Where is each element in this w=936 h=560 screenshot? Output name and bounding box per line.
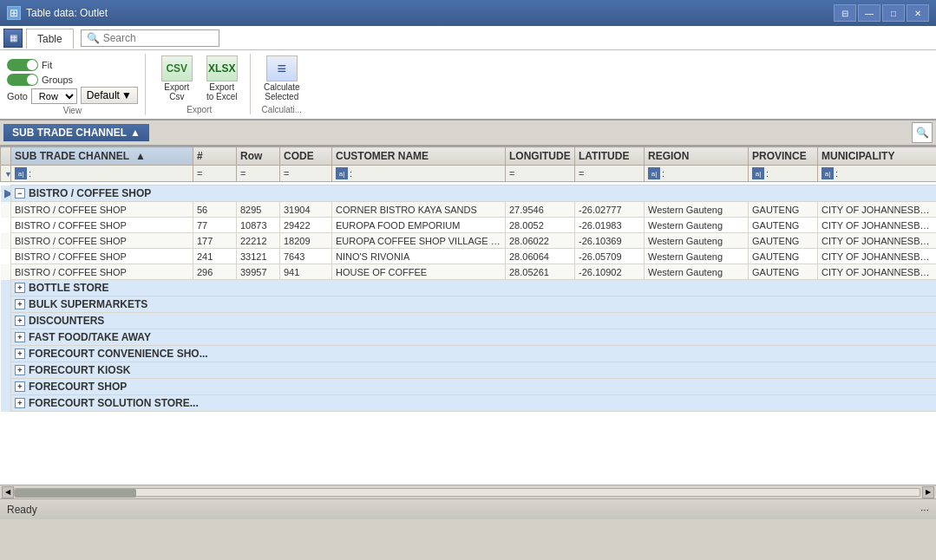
fit-toggle[interactable] bbox=[7, 59, 38, 71]
cell-province: GAUTENG bbox=[749, 249, 818, 264]
view-controls: Fit Groups Goto Row bbox=[7, 54, 138, 104]
filter-cell-muni[interactable]: a| : bbox=[818, 166, 937, 182]
disc-group-cell[interactable]: + DISCOUNTERS bbox=[11, 313, 937, 329]
close-button[interactable]: ✕ bbox=[907, 4, 929, 22]
search-input[interactable] bbox=[103, 32, 216, 44]
cell-region: Western Gauteng bbox=[645, 249, 749, 264]
fast-expand-button[interactable]: + bbox=[15, 332, 25, 342]
cell-hash: 241 bbox=[193, 249, 237, 264]
table-row[interactable]: BISTRO / COFFEE SHOP 241 33121 7643 NINO… bbox=[1, 249, 937, 264]
forecourt-sol-expand-button[interactable]: + bbox=[15, 398, 25, 408]
filter-cell-row[interactable]: = bbox=[237, 166, 280, 182]
default-button[interactable]: Default ▼ bbox=[81, 87, 138, 104]
filter-cell-province[interactable]: a| : bbox=[749, 166, 818, 182]
col-header-province[interactable]: PROVINCE bbox=[749, 147, 818, 166]
forecourt-shop-group-cell[interactable]: + FORECOURT SHOP bbox=[11, 379, 937, 395]
group-row-bistro: ▶ − BISTRO / COFFEE SHOP bbox=[1, 186, 937, 202]
cell-lat: -26.01983 bbox=[575, 218, 645, 233]
cell-province: GAUTENG bbox=[749, 233, 818, 249]
bulk-group-cell[interactable]: + BULK SUPERMARKETS bbox=[11, 296, 937, 313]
cell-row: 22212 bbox=[237, 233, 280, 249]
table-body: ▼ a| : = = = a| : bbox=[1, 166, 937, 412]
current-row-indicator: ▶ bbox=[1, 186, 11, 202]
cell-code: 31904 bbox=[280, 202, 332, 218]
filter-cell-lon[interactable]: = bbox=[506, 166, 575, 182]
col-header-region[interactable]: REGION bbox=[645, 147, 749, 166]
group-row-forecourt-shop: + FORECOURT SHOP bbox=[1, 379, 937, 395]
bistro-group-label: BISTRO / COFFEE SHOP bbox=[29, 187, 151, 199]
table-scroll-container[interactable]: SUB TRADE CHANNEL ▲ # Row CODE CUSTOMER … bbox=[0, 147, 936, 485]
cell-code: 7643 bbox=[280, 249, 332, 264]
col-header-sub-trade[interactable]: SUB TRADE CHANNEL ▲ bbox=[11, 147, 193, 166]
cell-sub: BISTRO / COFFEE SHOP bbox=[11, 233, 193, 249]
cell-lat: -26.10369 bbox=[575, 233, 645, 249]
filter-cell-customer[interactable]: a| : bbox=[332, 166, 506, 182]
minimize-button[interactable]: — bbox=[858, 4, 880, 22]
export-csv-button[interactable]: CSV ExportCsv bbox=[156, 54, 198, 103]
forecourt-conv-expand-button[interactable]: + bbox=[15, 348, 25, 359]
maximize-button[interactable]: □ bbox=[882, 4, 905, 22]
title-bar-left: ⊞ Table data: Outlet bbox=[7, 6, 108, 20]
export-group-label: Export bbox=[187, 105, 212, 114]
goto-row: Goto Row bbox=[7, 88, 77, 104]
group-tag[interactable]: SUB TRADE CHANNEL ▲ bbox=[3, 124, 149, 141]
col-header-hash[interactable]: # bbox=[193, 147, 237, 166]
goto-select[interactable]: Row bbox=[31, 88, 77, 104]
scroll-left-button[interactable]: ◀ bbox=[2, 486, 14, 498]
bottle-expand-button[interactable]: + bbox=[15, 283, 25, 293]
table-row[interactable]: BISTRO / COFFEE SHOP 296 39957 941 HOUSE… bbox=[1, 264, 937, 280]
forecourt-conv-group-label: FORECOURT CONVENIENCE SHO... bbox=[29, 348, 208, 360]
filter-row: ▼ a| : = = = a| : bbox=[1, 166, 937, 182]
filter-cell-code[interactable]: = bbox=[280, 166, 332, 182]
filter-cell-sub[interactable]: a| : bbox=[11, 166, 193, 182]
col-header-row[interactable]: Row bbox=[237, 147, 280, 166]
table-row[interactable]: BISTRO / COFFEE SHOP 77 10873 29422 EURO… bbox=[1, 218, 937, 233]
table-row[interactable]: BISTRO / COFFEE SHOP 177 22212 18209 EUR… bbox=[1, 233, 937, 249]
cell-province: GAUTENG bbox=[749, 218, 818, 233]
cell-region: Western Gauteng bbox=[645, 233, 749, 249]
bottle-group-cell[interactable]: + BOTTLE STORE bbox=[11, 280, 937, 296]
groups-toggle[interactable] bbox=[7, 74, 38, 86]
forecourt-conv-group-cell[interactable]: + FORECOURT CONVENIENCE SHO... bbox=[11, 346, 937, 362]
filter-cell-hash[interactable]: = bbox=[193, 166, 237, 182]
table-search-button[interactable]: 🔍 bbox=[912, 122, 933, 143]
cell-row: 33121 bbox=[237, 249, 280, 264]
ribbon-group-view: Fit Groups Goto Row bbox=[7, 54, 146, 115]
view-toggles: Fit Groups Goto Row bbox=[7, 59, 77, 104]
scrollbar-thumb[interactable] bbox=[15, 489, 136, 498]
calculate-selected-button[interactable]: ≡ CalculateSelected bbox=[261, 54, 303, 103]
cell-customer: CORNER BISTRO KAYA SANDS bbox=[332, 202, 506, 218]
scroll-right-button[interactable]: ▶ bbox=[922, 486, 934, 498]
tab-table[interactable]: Table bbox=[26, 29, 74, 49]
bulk-expand-button[interactable]: + bbox=[15, 299, 25, 309]
disc-expand-button[interactable]: + bbox=[15, 316, 25, 326]
table-row[interactable]: BISTRO / COFFEE SHOP 56 8295 31904 CORNE… bbox=[1, 202, 937, 218]
forecourt-sol-group-cell[interactable]: + FORECOURT SOLUTION STORE... bbox=[11, 395, 937, 412]
horizontal-scrollbar[interactable]: ◀ ▶ bbox=[0, 485, 936, 498]
scrollbar-track[interactable] bbox=[14, 488, 920, 497]
filter-cell-region[interactable]: a| : bbox=[645, 166, 749, 182]
forecourt-shop-expand-button[interactable]: + bbox=[15, 381, 25, 392]
export-excel-button[interactable]: XLSX Exportto Excel bbox=[201, 54, 243, 103]
app-menu-button[interactable]: ▦ bbox=[3, 29, 23, 48]
forecourt-kiosk-group-cell[interactable]: + FORECOURT KIOSK bbox=[11, 362, 937, 379]
restore-button[interactable]: ⊟ bbox=[834, 4, 856, 22]
col-header-longitude[interactable]: LONGITUDE bbox=[506, 147, 575, 166]
cell-lon: 28.06022 bbox=[506, 233, 575, 249]
fast-group-cell[interactable]: + FAST FOOD/TAKE AWAY bbox=[11, 329, 937, 346]
status-bar: Ready ··· bbox=[0, 498, 936, 519]
groups-toggle-knob bbox=[27, 75, 37, 85]
filter-cell-lat[interactable]: = bbox=[575, 166, 645, 182]
forecourt-kiosk-expand-button[interactable]: + bbox=[15, 365, 25, 375]
cell-sub: BISTRO / COFFEE SHOP bbox=[11, 249, 193, 264]
filter-region-icon: a| bbox=[648, 167, 660, 179]
cell-muni: CITY OF JOHANNESBURG bbox=[818, 249, 937, 264]
bistro-group-cell[interactable]: − BISTRO / COFFEE SHOP bbox=[11, 186, 937, 202]
col-header-municipality[interactable]: MUNICIPALITY bbox=[818, 147, 937, 166]
bistro-expand-button[interactable]: − bbox=[15, 188, 25, 199]
col-header-code[interactable]: CODE bbox=[280, 147, 332, 166]
export-csv-label: ExportCsv bbox=[164, 82, 189, 101]
group-row-bottle: + BOTTLE STORE bbox=[1, 280, 937, 296]
col-header-latitude[interactable]: LATITUDE bbox=[575, 147, 645, 166]
col-header-customer[interactable]: CUSTOMER NAME bbox=[332, 147, 506, 166]
